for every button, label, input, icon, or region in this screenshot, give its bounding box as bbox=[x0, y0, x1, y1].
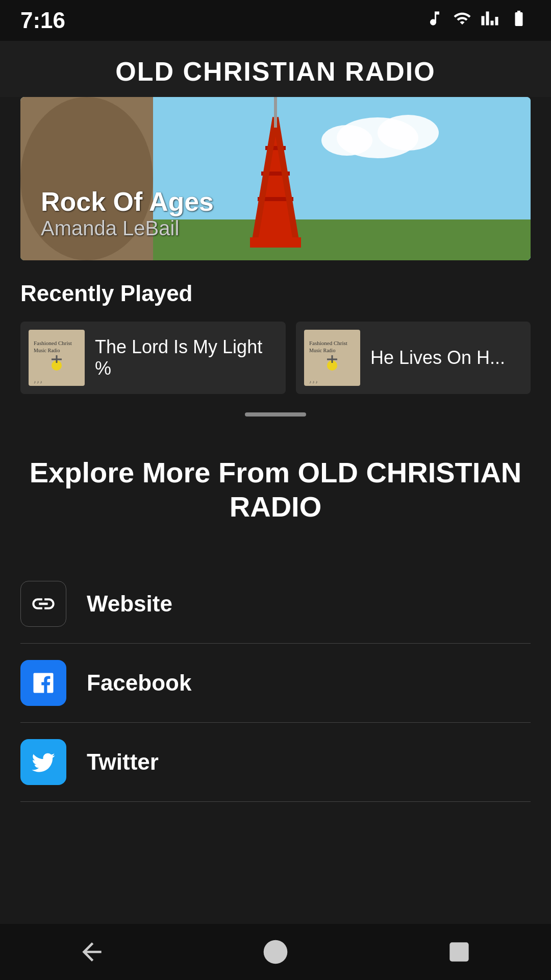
social-links: Website Facebook Twitter bbox=[0, 544, 551, 802]
scroll-bar bbox=[245, 412, 306, 416]
track-item-1[interactable]: Fashioned Christ Music Radio ♪ ♪ ♪ The L… bbox=[20, 322, 286, 394]
scroll-indicator bbox=[0, 404, 551, 425]
hero-artist: Amanda LeBail bbox=[41, 217, 214, 240]
svg-rect-14 bbox=[250, 237, 301, 248]
svg-text:♪ ♪ ♪: ♪ ♪ ♪ bbox=[34, 380, 42, 384]
svg-point-2 bbox=[378, 115, 439, 151]
svg-text:Fashioned Christ: Fashioned Christ bbox=[34, 340, 72, 346]
signal-icon bbox=[481, 9, 499, 32]
svg-point-29 bbox=[264, 940, 288, 964]
svg-rect-30 bbox=[449, 942, 468, 961]
twitter-icon-wrapper bbox=[20, 739, 66, 785]
explore-title: Explore More From OLD CHRISTIAN RADIO bbox=[20, 455, 531, 524]
link-icon bbox=[30, 591, 57, 617]
svg-text:♪ ♪ ♪: ♪ ♪ ♪ bbox=[309, 380, 317, 384]
home-button[interactable] bbox=[255, 932, 296, 972]
back-button[interactable] bbox=[71, 932, 112, 972]
app-title: OLD CHRISTIAN RADIO bbox=[0, 56, 551, 87]
track-title-1: The Lord Is My Light % bbox=[95, 336, 278, 379]
hero-banner: Rock Of Ages Amanda LeBail bbox=[20, 97, 531, 260]
status-time: 7:16 bbox=[20, 8, 65, 33]
track-item-2[interactable]: Fashioned Christ Music Radio ♪ ♪ ♪ He Li… bbox=[296, 322, 531, 394]
facebook-icon bbox=[30, 670, 57, 696]
twitter-link[interactable]: Twitter bbox=[20, 723, 531, 802]
hero-background: Rock Of Ages Amanda LeBail bbox=[20, 97, 531, 260]
website-icon-wrapper bbox=[20, 581, 66, 627]
website-label: Website bbox=[87, 591, 172, 617]
twitter-label: Twitter bbox=[87, 749, 159, 775]
track-title-2: He Lives On H... bbox=[370, 347, 505, 369]
track-thumbnail-2: Fashioned Christ Music Radio ♪ ♪ ♪ bbox=[304, 330, 360, 386]
svg-text:Music Radio: Music Radio bbox=[309, 348, 335, 353]
recently-played-list: Fashioned Christ Music Radio ♪ ♪ ♪ The L… bbox=[0, 316, 551, 404]
recently-played-header: Recently Played bbox=[0, 260, 551, 316]
svg-text:Fashioned Christ: Fashioned Christ bbox=[309, 340, 347, 346]
svg-point-3 bbox=[321, 125, 372, 156]
facebook-label: Facebook bbox=[87, 670, 191, 696]
music-note-icon bbox=[425, 9, 444, 32]
recent-button[interactable] bbox=[439, 932, 480, 972]
hero-text-overlay: Rock Of Ages Amanda LeBail bbox=[41, 186, 214, 240]
explore-section: Explore More From OLD CHRISTIAN RADIO bbox=[0, 425, 551, 544]
status-bar: 7:16 bbox=[0, 0, 551, 41]
facebook-icon-wrapper bbox=[20, 660, 66, 706]
track-thumbnail-1: Fashioned Christ Music Radio ♪ ♪ ♪ bbox=[29, 330, 85, 386]
app-header: OLD CHRISTIAN RADIO bbox=[0, 41, 551, 97]
wifi-icon bbox=[452, 9, 472, 32]
twitter-icon bbox=[30, 749, 57, 775]
battery-icon bbox=[507, 9, 531, 32]
facebook-link[interactable]: Facebook bbox=[20, 644, 531, 723]
hero-song-title: Rock Of Ages bbox=[41, 186, 214, 217]
svg-text:Music Radio: Music Radio bbox=[34, 348, 60, 353]
website-link[interactable]: Website bbox=[20, 565, 531, 644]
bottom-nav bbox=[0, 924, 551, 980]
status-icons bbox=[425, 9, 531, 32]
